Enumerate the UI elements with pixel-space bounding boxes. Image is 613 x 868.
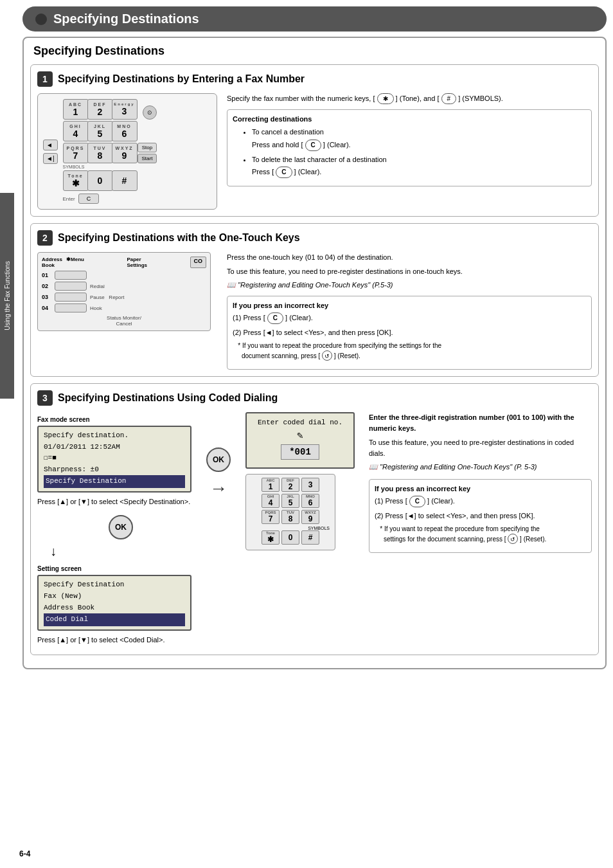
fax-wrapper: ◄ ◄| ABC 1 [43, 99, 211, 204]
key-star: Tone ✱ [63, 170, 89, 191]
section1-right: Specify the fax number with the numeric … [227, 93, 592, 210]
section3-right-body: To use this feature, you need to pre-reg… [369, 437, 592, 458]
sk-key-1: ABC 1 [262, 478, 280, 492]
paper-settings-label: PaperSettings [127, 257, 147, 268]
side-tab: Using the Fax Functions [0, 193, 14, 399]
screen1: Specify destination. 01/01/2011 12:52AM … [37, 426, 191, 493]
page-number: 6-4 [19, 849, 30, 858]
screen1-line4: Sharpness: ±0 [44, 464, 185, 476]
co-button: CO [190, 257, 207, 268]
title-circle-icon [35, 14, 47, 25]
c-button-2: C [276, 167, 292, 178]
sk-key-6: MNO 6 [301, 494, 319, 508]
main-title-bar: Specifying Destinations [22, 6, 607, 32]
key-7: PQRS 7 [63, 143, 89, 163]
section2-left: AddressBook ✱Menu PaperSettings CO 01 [37, 252, 217, 370]
section2-info-box: If you press an incorrect key (1) Press … [227, 296, 592, 370]
coded-dial-screen: Enter coded dial no. ✎ *001 [245, 412, 355, 469]
clear-btn: C [78, 194, 100, 204]
screen1-line2: 01/01/2011 12:52AM [44, 442, 185, 453]
sk-key-5: JKL 5 [281, 494, 299, 508]
side-tab-label: Using the Fax Functions [4, 261, 11, 330]
sk-key-8: TUV 8 [281, 510, 299, 524]
section2-right: Press the one-touch key (01 to 04) of th… [227, 252, 592, 370]
fax-nav-keys: ◄ ◄| [43, 99, 58, 204]
sk-key-3: 3 [301, 478, 319, 492]
setting-screen-label: Setting screen [37, 565, 191, 572]
section3-info-line3: * If you want to repeat the procedure fr… [375, 524, 586, 544]
key-3: Energy 3 [112, 99, 138, 120]
section3-right-ref: 📖 "Registering and Editing One-Touch Key… [369, 462, 592, 473]
sk-key-star: Tone ✱ [262, 530, 280, 545]
section3-info-line2: (2) Press [◄] to select <Yes>, and then … [375, 511, 586, 521]
sk-key-9: WXYZ 9 [301, 510, 319, 524]
sk-key-hash: # [301, 530, 319, 545]
ot-btn-01 [55, 271, 87, 280]
ot-row-03: 03 Pause Report [42, 293, 206, 302]
key-1: ABC 1 [63, 99, 89, 120]
main-title-text: Specifying Destinations [53, 12, 199, 26]
symbols-label: SYMBOLS [249, 526, 332, 530]
screen1-line1: Specify destination. [44, 430, 185, 442]
section3-title: Specifying Destinations Using Coded Dial… [58, 392, 278, 404]
section2-body1: Press the one-touch key (01 to 04) of th… [227, 252, 592, 263]
screen2-line1: Specify Destination [44, 579, 185, 591]
energy-saver-btn: ⊙ [143, 105, 157, 120]
ok-circle-2: OK [206, 448, 231, 472]
ot-row-01: 01 [42, 271, 206, 280]
section2-info-line2: (2) Press [◄] to select <Yes>, and then … [233, 327, 586, 338]
start-btn: Start [138, 154, 157, 163]
key-6: MNO 6 [112, 121, 138, 141]
s3-col4: Enter the three-digit registration numbe… [369, 412, 592, 553]
sk-key-4: GHI 4 [262, 494, 280, 508]
section3-press2: Press [▲] or [▼] to select <Coded Dial>. [37, 635, 191, 646]
sk-row-2: GHI 4 JKL 5 MNO 6 [249, 494, 332, 508]
menu-label: ✱Menu [66, 257, 84, 268]
ot-btn-04 [55, 303, 87, 312]
s3-col1: Fax mode screen Specify destination. 01/… [37, 412, 191, 648]
key-0: 0 [87, 170, 113, 191]
one-touch-panel: AddressBook ✱Menu PaperSettings CO 01 [37, 252, 211, 331]
ot-top-labels: AddressBook ✱Menu PaperSettings CO [42, 257, 206, 268]
pencil-icon: ✎ [297, 429, 303, 442]
section1-badge: 1 [37, 71, 53, 87]
ok-circle-1: OK [109, 515, 133, 539]
small-keypad: ABC 1 DEF 2 3 [245, 474, 335, 550]
content-area: Specifying Destinations 1 Specifying Des… [22, 37, 607, 669]
key-hash: # [112, 170, 138, 191]
stop-btn: Stop [138, 143, 157, 152]
sk-row-3: PQRS 7 TUV 8 WXYZ 9 [249, 510, 332, 524]
section1: 1 Specifying Destinations by Entering a … [30, 64, 599, 217]
section3-info-title: If you press an incorrect key [375, 485, 586, 493]
section3-header: 3 Specifying Destinations Using Coded Di… [37, 390, 592, 406]
section1-left: ◄ ◄| ABC 1 [37, 93, 217, 210]
ot-btn-03 [55, 293, 87, 302]
sk-key-0: 0 [281, 530, 299, 545]
nav-left-key: ◄ [43, 140, 58, 150]
down-arrow-1: ↓ [50, 544, 57, 559]
section2-content: AddressBook ✱Menu PaperSettings CO 01 [37, 252, 592, 370]
ot-btn-02 [55, 282, 87, 291]
section2-info-line3: * If you want to repeat the procedure fr… [233, 341, 586, 361]
flow-arrow: → [209, 478, 227, 499]
section2-header: 2 Specifying Destinations with the One-T… [37, 230, 592, 246]
fax-machine-1: ◄ ◄| ABC 1 [37, 93, 217, 210]
section2-title: Specifying Destinations with the One-Tou… [58, 232, 300, 244]
section2-body2: To use this feature, you need to pre-reg… [227, 266, 592, 277]
info-item-2: To delete the last character of a destin… [252, 154, 586, 179]
section2-info-line1: (1) Press [ C ] (Clear). [233, 312, 586, 324]
section1-body: Specify the fax number with the numeric … [227, 93, 592, 104]
section3-right-bold: Enter the three-digit registration numbe… [369, 412, 592, 433]
c-button-1: C [305, 140, 321, 151]
section3-info-line1: (1) Press [ C ] (Clear). [375, 496, 586, 507]
fax-mode-screen-label: Fax mode screen [37, 416, 191, 423]
coded-dial-input: *001 [281, 444, 319, 460]
ot-row-02: 02 Redial [42, 282, 206, 291]
address-book-label: AddressBook [42, 257, 62, 268]
screen2-line4: Coded Dial [44, 613, 185, 626]
sk-key-7: PQRS 7 [262, 510, 280, 524]
screen1-line5: Specify Destination [44, 475, 185, 488]
key-5: JKL 5 [87, 121, 113, 141]
coded-dial-title: Enter coded dial no. [252, 419, 348, 426]
status-monitor-label: Status Monitor/Cancel [42, 315, 206, 327]
